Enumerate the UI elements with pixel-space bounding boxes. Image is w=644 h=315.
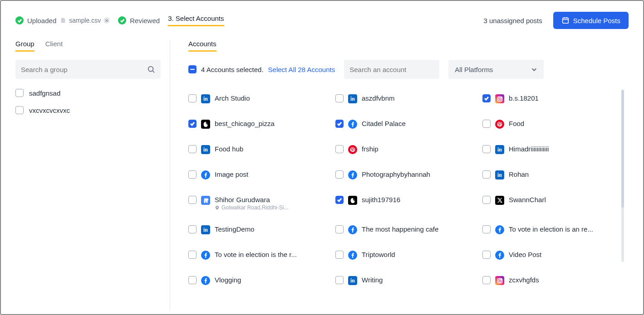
account-item[interactable]: Video Post: [482, 251, 619, 262]
checkbox[interactable]: [335, 225, 344, 233]
accounts-grid: inArch Studioinaszdfvbnmb.s.18201best_ch…: [188, 94, 629, 310]
account-name: Triptoworld: [362, 251, 395, 258]
account-item[interactable]: SwannCharl: [482, 196, 619, 211]
account-name: Photographybyhannah: [362, 170, 430, 178]
facebook-icon: [348, 225, 357, 234]
checkbox[interactable]: [335, 170, 344, 179]
account-item[interactable]: To vote in election is the r...: [188, 251, 324, 262]
file-chip[interactable]: sample.csv ✕: [60, 17, 110, 24]
checkbox[interactable]: [482, 94, 491, 102]
checkbox[interactable]: [482, 276, 491, 284]
account-item[interactable]: sujith197916: [335, 196, 472, 211]
account-item[interactable]: The most happening cafe: [335, 225, 472, 236]
account-item[interactable]: b.s.18201: [482, 94, 619, 105]
check-icon: [118, 16, 126, 24]
account-item[interactable]: Food: [482, 120, 619, 131]
close-icon[interactable]: ✕: [103, 17, 110, 24]
step-reviewed: Reviewed: [118, 16, 160, 24]
checkbox[interactable]: [335, 120, 344, 128]
schedule-posts-button[interactable]: Schedule Posts: [553, 12, 629, 29]
account-name: zcxvhgfds: [509, 276, 539, 284]
account-item[interactable]: frship: [335, 145, 472, 156]
instagram-icon: [495, 94, 504, 103]
svg-rect-0: [562, 18, 568, 24]
group-item[interactable]: sadfgnsad: [15, 89, 161, 97]
account-name: Rohan: [509, 170, 529, 178]
account-item[interactable]: Vlogging: [188, 276, 324, 287]
group-search-input[interactable]: [21, 66, 147, 73]
checkbox[interactable]: [335, 276, 344, 284]
checkbox[interactable]: [188, 120, 197, 128]
threads-icon: [201, 120, 210, 129]
platform-filter-dropdown[interactable]: All Platforms: [448, 60, 544, 79]
svg-line-5: [153, 71, 155, 73]
checkbox[interactable]: [482, 145, 491, 153]
instagram-icon: [495, 276, 504, 285]
checkbox[interactable]: [482, 120, 491, 128]
unassigned-count: 3 unassigned posts: [484, 17, 542, 24]
checkbox[interactable]: [335, 145, 344, 153]
tab-group[interactable]: Group: [15, 40, 34, 52]
account-name: Writing: [362, 276, 383, 284]
account-item[interactable]: inTestingDemo: [188, 225, 324, 236]
group-item[interactable]: vxcvxcvcxvxc: [15, 106, 161, 114]
checkbox[interactable]: [188, 196, 197, 204]
select-all-checkbox[interactable]: [188, 65, 197, 73]
svg-point-12: [499, 280, 501, 282]
chevron-down-icon: [531, 66, 537, 73]
calendar-icon: [561, 16, 570, 24]
account-subtitle: Golwalkar Road,Riddhi-Si...: [215, 204, 288, 211]
account-item[interactable]: inArch Studio: [188, 94, 324, 105]
linkedin-icon: in: [201, 145, 210, 154]
tab-accounts[interactable]: Accounts: [188, 40, 216, 52]
step-uploaded: Uploaded sample.csv ✕: [15, 16, 110, 24]
checkbox[interactable]: [188, 251, 197, 259]
svg-point-13: [501, 279, 501, 280]
scrollbar[interactable]: [621, 90, 624, 262]
checkbox[interactable]: [15, 89, 24, 97]
account-item[interactable]: Image post: [188, 170, 324, 181]
account-item[interactable]: inaszdfvbnm: [335, 94, 472, 105]
checkbox[interactable]: [482, 170, 491, 179]
select-all-link[interactable]: Select All 28 Accounts: [268, 66, 335, 73]
account-item[interactable]: To vote in election is an re...: [482, 225, 619, 236]
checkbox[interactable]: [335, 196, 344, 204]
account-search-input[interactable]: [349, 66, 436, 73]
account-item[interactable]: Triptoworld: [335, 251, 472, 262]
account-item[interactable]: Photographybyhannah: [335, 170, 472, 181]
checkbox[interactable]: [188, 170, 197, 179]
svg-point-4: [148, 67, 153, 72]
checkbox[interactable]: [335, 94, 344, 102]
account-name: Shihor Gurudwara: [215, 196, 288, 204]
account-item[interactable]: Shihor GurudwaraGolwalkar Road,Riddhi-Si…: [188, 196, 324, 211]
facebook-icon: [201, 170, 210, 179]
checkbox[interactable]: [188, 94, 197, 102]
group-search[interactable]: [15, 60, 161, 79]
account-item[interactable]: inHimadriiiiiiiiiiii: [482, 145, 619, 156]
account-item[interactable]: inRohan: [482, 170, 619, 181]
account-item[interactable]: best_chicago_pizza: [188, 120, 324, 131]
checkbox[interactable]: [482, 225, 491, 233]
checkbox[interactable]: [15, 106, 24, 114]
account-name: Food hub: [215, 145, 243, 153]
account-name: b.s.18201: [509, 94, 539, 102]
checkbox[interactable]: [482, 251, 491, 259]
selected-count: 4 Accounts selected.: [201, 66, 264, 73]
account-item[interactable]: inWriting: [335, 276, 472, 287]
account-item[interactable]: Citadel Palace: [335, 120, 472, 131]
account-item[interactable]: inFood hub: [188, 145, 324, 156]
tab-client[interactable]: Client: [45, 40, 63, 52]
facebook-icon: [348, 251, 357, 260]
step-select-accounts[interactable]: 3. Select Accounts: [168, 15, 224, 26]
checkbox[interactable]: [482, 196, 491, 204]
account-item[interactable]: zcxvhgfds: [482, 276, 619, 287]
check-icon: [15, 16, 24, 24]
checkbox[interactable]: [188, 225, 197, 233]
account-search[interactable]: [344, 60, 439, 79]
checkbox[interactable]: [188, 145, 197, 153]
facebook-icon: [201, 276, 210, 285]
checkbox[interactable]: [188, 276, 197, 284]
checkbox[interactable]: [335, 251, 344, 259]
twitter-icon: [495, 196, 504, 205]
account-name: Image post: [215, 170, 248, 178]
